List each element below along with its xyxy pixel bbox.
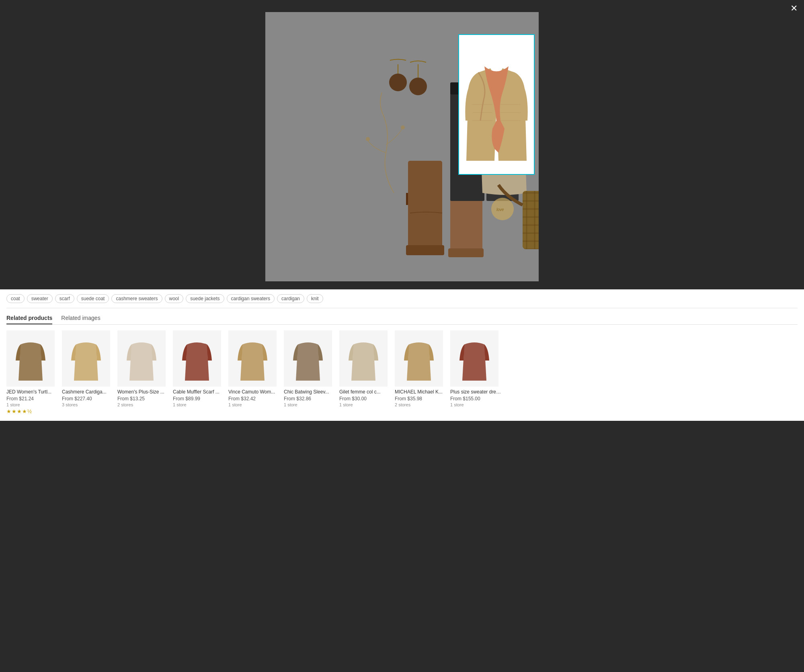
product-card-8[interactable]: Plus size sweater dress Tu...From $155.0… [450, 330, 503, 414]
product-image-6 [339, 330, 388, 387]
product-image-7 [395, 330, 443, 387]
tag-wool[interactable]: wool [165, 294, 184, 303]
product-image-4 [228, 330, 277, 387]
tag-sweater[interactable]: sweater [27, 294, 53, 303]
product-price-0: From $21.24 [6, 396, 59, 402]
svg-point-2 [409, 78, 427, 95]
product-image-1 [62, 330, 110, 387]
product-price-5: From $32.86 [284, 396, 336, 402]
product-image-8 [450, 330, 498, 387]
collage-image: love [265, 12, 539, 281]
svg-point-1 [389, 74, 407, 91]
product-price-2: From $13.25 [117, 396, 170, 402]
tag-coat[interactable]: coat [6, 294, 25, 303]
product-name-0: JED Women's Turtl... [6, 389, 59, 395]
tag-cardigan[interactable]: cardigan [277, 294, 304, 303]
svg-rect-9 [406, 245, 444, 255]
product-image-0 [6, 330, 55, 387]
product-price-3: From $89.99 [173, 396, 225, 402]
product-stores-2: 2 stores [117, 402, 170, 407]
product-price-8: From $155.00 [450, 396, 503, 402]
product-price-1: From $227.40 [62, 396, 114, 402]
main-image-container: love [0, 0, 804, 289]
product-stores-8: 1 store [450, 402, 503, 407]
highlighted-product[interactable] [458, 34, 535, 175]
product-card-6[interactable]: Gilet femme col c...From $30.001 store [339, 330, 392, 414]
product-card-4[interactable]: Vince Camuto Wom...From $32.421 store [228, 330, 281, 414]
product-card-5[interactable]: Chic Batwing Sleev...From $32.861 store [284, 330, 336, 414]
product-image-5 [284, 330, 332, 387]
svg-point-5 [366, 137, 370, 141]
product-card-0[interactable]: JED Women's Turtl...From $21.241 store★★… [6, 330, 59, 414]
tag-cashmere-sweaters[interactable]: cashmere sweaters [111, 294, 162, 303]
product-card-7[interactable]: MICHAEL Michael K...From $35.982 stores [395, 330, 447, 414]
tag-suede-jackets[interactable]: suede jackets [186, 294, 224, 303]
tab-1[interactable]: Related images [61, 312, 100, 324]
svg-rect-11 [406, 193, 408, 205]
close-button[interactable]: ✕ [790, 4, 798, 13]
product-card-3[interactable]: Cable Muffler Scarf ...From $89.991 stor… [173, 330, 225, 414]
product-name-6: Gilet femme col c... [339, 389, 392, 395]
product-name-1: Cashmere Cardiga... [62, 389, 114, 395]
product-name-2: Women's Plus-Size ... [117, 389, 170, 395]
product-card-2[interactable]: Women's Plus-Size ...From $13.252 stores [117, 330, 170, 414]
svg-text:love: love [496, 207, 504, 212]
product-name-7: MICHAEL Michael K... [395, 389, 447, 395]
product-name-5: Chic Batwing Sleev... [284, 389, 336, 395]
product-price-6: From $30.00 [339, 396, 392, 402]
product-stores-4: 1 store [228, 402, 281, 407]
svg-rect-18 [523, 191, 539, 249]
svg-rect-10 [448, 248, 484, 257]
product-name-4: Vince Camuto Wom... [228, 389, 281, 395]
tag-suede-coat[interactable]: suede coat [77, 294, 109, 303]
bottom-panel: coatsweaterscarfsuede coatcashmere sweat… [0, 289, 804, 421]
product-stores-3: 1 store [173, 402, 225, 407]
product-stores-0: 1 store [6, 402, 59, 407]
cardigan-svg [462, 40, 531, 169]
product-stores-5: 1 store [284, 402, 336, 407]
tab-0[interactable]: Related products [6, 312, 52, 324]
svg-point-6 [401, 125, 405, 129]
product-stars-0: ★★★★½ [6, 408, 59, 414]
tag-scarf[interactable]: scarf [55, 294, 74, 303]
product-price-7: From $35.98 [395, 396, 447, 402]
product-image-3 [173, 330, 221, 387]
product-stores-1: 3 stores [62, 402, 114, 407]
product-image-2 [117, 330, 166, 387]
tag-cardigan-sweaters[interactable]: cardigan sweaters [227, 294, 275, 303]
product-stores-7: 2 stores [395, 402, 447, 407]
products-row: JED Women's Turtl...From $21.241 store★★… [6, 330, 798, 421]
tabs-row: Related productsRelated images [6, 308, 798, 325]
product-card-1[interactable]: Cashmere Cardiga...From $227.403 stores [62, 330, 114, 414]
product-stores-6: 1 store [339, 402, 392, 407]
tags-row: coatsweaterscarfsuede coatcashmere sweat… [6, 294, 798, 308]
svg-rect-7 [408, 161, 442, 253]
product-name-8: Plus size sweater dress Tu... [450, 389, 503, 395]
product-price-4: From $32.42 [228, 396, 281, 402]
tag-knit[interactable]: knit [307, 294, 323, 303]
product-name-3: Cable Muffler Scarf ... [173, 389, 225, 395]
